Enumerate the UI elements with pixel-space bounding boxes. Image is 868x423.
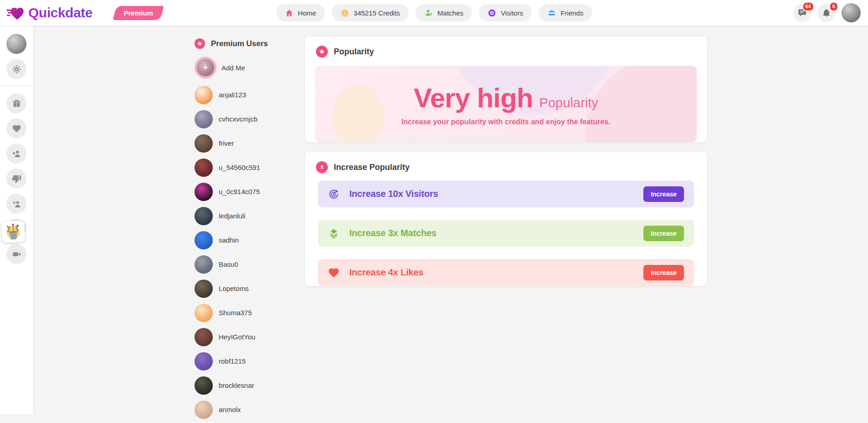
nav-credits[interactable]: $ 345215 Credits (331, 4, 409, 21)
boost-visitors-label: Increase 10x Visitors (349, 189, 438, 199)
top-navbar: Quickdate Premium Home $ 345215 Credits … (0, 0, 868, 26)
user-name: sadhin (219, 236, 239, 244)
heart-icon (328, 267, 340, 279)
user-avatar (195, 352, 213, 370)
messages-badge: 64 (802, 2, 814, 11)
increase-popularity-header: Increase Popularity (305, 152, 707, 180)
premium-users-list: anjali123cvhcxvcmjcbfriveru_54560c591u_0… (195, 83, 309, 422)
increase-popularity-card: Increase Popularity Increase 10x Visitor… (305, 152, 707, 286)
user-avatar (195, 376, 213, 395)
user-avatar (195, 207, 213, 225)
user-name: Shuma375 (219, 309, 252, 317)
nav-friends[interactable]: Friends (539, 4, 592, 21)
user-name: friver (219, 139, 234, 147)
premium-user-row[interactable]: cvhcxvcmjcb (195, 107, 309, 131)
sidebar-video-button[interactable] (6, 244, 26, 264)
star-icon (316, 46, 328, 58)
main-content: Popularity Very high Popularity Increase… (305, 37, 707, 298)
premium-users-panel: Premium Users + Add Me anjali123cvhcxvcm… (195, 38, 309, 423)
popularity-level-suffix: Popularity (539, 95, 598, 111)
popularity-banner: Very high Popularity Increase your popul… (315, 66, 697, 142)
gift-icon (12, 99, 21, 108)
messages-button[interactable]: 64 (793, 4, 811, 22)
nav-visitors[interactable]: Visitors (479, 4, 532, 21)
paintbrush-cup-icon (4, 222, 23, 241)
credits-coin-icon: $ (340, 9, 349, 17)
matches-icon (424, 9, 433, 17)
boost-matches-label: Increase 3x Matches (349, 228, 437, 238)
user-avatar (195, 280, 213, 298)
increase-matches-button[interactable]: Increase (643, 226, 684, 241)
target-icon (328, 188, 340, 200)
sidebar-dislikes-button[interactable] (6, 169, 26, 189)
user-avatar (195, 231, 213, 249)
sidebar-matches-button[interactable] (6, 143, 26, 164)
premium-user-row[interactable]: friver (195, 131, 309, 155)
nav-home[interactable]: Home (276, 4, 325, 21)
user-avatar (195, 401, 213, 419)
premium-user-row[interactable]: sadhin (195, 228, 309, 252)
nav-matches[interactable]: Matches (416, 4, 472, 21)
decor-circle-orange (332, 85, 384, 142)
user-name: u_54560c591 (219, 164, 260, 171)
premium-user-row[interactable]: brocklesnar (195, 373, 309, 397)
premium-user-row[interactable]: HeyIGotYou (195, 325, 309, 349)
art-sticker[interactable] (1, 221, 25, 243)
person-heart-icon (12, 149, 21, 159)
user-avatar (195, 183, 213, 201)
boost-likes-label: Increase 4x Likes (349, 267, 423, 278)
boost-likes-row: Increase 4x Likes Increase (318, 259, 694, 286)
profile-avatar[interactable] (842, 3, 861, 22)
visitors-icon (488, 9, 496, 17)
notifications-badge: 6 (829, 2, 838, 11)
sidebar-likes-button[interactable] (6, 118, 26, 138)
user-name: u_0c914c075 (219, 188, 260, 196)
sidebar-settings-button[interactable] (6, 59, 26, 79)
home-icon (284, 9, 293, 17)
sidebar-profile-avatar[interactable] (6, 34, 26, 54)
popularity-subtitle: Increase your popularity with credits an… (401, 118, 610, 126)
add-me-row[interactable]: + Add Me (195, 57, 309, 79)
premium-user-row[interactable]: Shuma375 (195, 301, 309, 325)
premium-user-row[interactable]: anjali123 (195, 83, 309, 107)
svg-text:$: $ (344, 11, 346, 15)
premium-users-header: Premium Users (195, 38, 309, 49)
popularity-card: Popularity Very high Popularity Increase… (305, 37, 707, 142)
increase-popularity-title: Increase Popularity (334, 163, 410, 172)
premium-user-row[interactable]: ledjanluli (195, 204, 309, 228)
user-name: Basu0 (219, 260, 238, 268)
sidebar-divider (0, 86, 33, 86)
brand-logo[interactable]: Quickdate (6, 5, 93, 21)
add-me-label: Add Me (221, 64, 245, 72)
premium-user-row[interactable]: Basu0 (195, 252, 309, 276)
sidebar-add-friend-button[interactable] (6, 194, 26, 214)
sidebar-gifts-button[interactable] (6, 93, 26, 113)
boost-visitors-row: Increase 10x Visitors Increase (318, 180, 694, 207)
layers-icon (328, 227, 340, 239)
user-name: cvhcxvcmjcb (219, 115, 258, 123)
premium-badge: Premium (113, 6, 164, 20)
user-avatar (195, 159, 213, 177)
increase-visitors-button[interactable]: Increase (643, 186, 684, 202)
gear-icon (12, 64, 21, 74)
notifications-button[interactable]: 6 (817, 4, 836, 22)
increase-likes-button[interactable]: Increase (643, 265, 684, 280)
user-avatar (195, 86, 213, 104)
user-name: ledjanluli (219, 212, 245, 220)
left-sidebar (0, 26, 33, 414)
user-name: HeyIGotYou (219, 333, 255, 341)
heart-logo-icon (6, 5, 25, 21)
video-camera-icon (12, 249, 21, 259)
premium-user-row[interactable]: anmolx (195, 397, 309, 422)
premium-user-row[interactable]: robf1215 (195, 349, 309, 373)
boost-matches-row: Increase 3x Matches Increase (318, 220, 694, 247)
popularity-level: Very high (414, 82, 533, 114)
arrow-up-circle-icon (316, 161, 328, 173)
user-avatar (195, 134, 213, 153)
add-me-avatar: + (195, 57, 216, 79)
premium-users-title: Premium Users (211, 39, 268, 48)
premium-user-row[interactable]: Lopetoms (195, 276, 309, 301)
premium-user-row[interactable]: u_0c914c075 (195, 180, 309, 204)
premium-user-row[interactable]: u_54560c591 (195, 155, 309, 180)
user-name: brocklesnar (219, 381, 254, 389)
